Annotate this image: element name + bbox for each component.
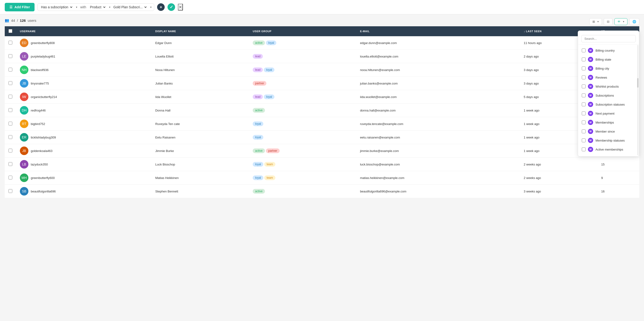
filter-product-select[interactable]: Product xyxy=(89,5,106,9)
group-tag: active xyxy=(253,189,265,194)
row-checkbox[interactable] xyxy=(8,122,12,125)
table-row: NH blackwolf936 Nooa Hiltunen leadloyal … xyxy=(5,63,639,77)
column-picker-checkbox[interactable] xyxy=(582,85,586,88)
user-group-cell: lead xyxy=(249,50,356,63)
column-picker-label: Memberships xyxy=(596,121,614,124)
group-tag: loyal xyxy=(253,162,263,167)
group-tag: lead xyxy=(253,68,263,72)
row-checkbox[interactable] xyxy=(8,54,12,58)
row-checkbox-cell[interactable] xyxy=(5,158,16,171)
display-name-cell: Julian Banks xyxy=(152,77,249,90)
column-picker-checkbox[interactable] xyxy=(582,49,586,52)
woo-badge: W xyxy=(588,57,593,62)
column-search-input[interactable] xyxy=(581,35,636,42)
filter-value-select[interactable]: Gold Plan Subscri... xyxy=(112,5,148,9)
column-picker-item[interactable]: W Membership statuses xyxy=(578,136,639,145)
column-picker-item[interactable]: W Next payment xyxy=(578,109,639,118)
column-picker-item[interactable]: W Billing city xyxy=(578,64,639,73)
column-picker-item[interactable]: W Reviews xyxy=(578,73,639,82)
extra-cell: 16 xyxy=(598,185,639,198)
column-picker-label: Active memberships xyxy=(596,148,623,151)
row-checkbox-cell[interactable] xyxy=(5,50,16,63)
row-checkbox[interactable] xyxy=(8,135,12,139)
confirm-filter-button[interactable]: ✓ xyxy=(168,3,175,11)
row-checkbox-cell[interactable] xyxy=(5,63,16,77)
column-picker-panel: W Billing country W Billing state W Bill… xyxy=(578,31,639,156)
column-picker-checkbox[interactable] xyxy=(582,147,586,151)
row-checkbox-cell[interactable] xyxy=(5,104,16,117)
column-picker-checkbox[interactable] xyxy=(582,103,586,106)
column-picker-item[interactable]: W Memberships xyxy=(578,118,639,127)
row-checkbox[interactable] xyxy=(8,41,12,45)
select-all-checkbox[interactable] xyxy=(8,29,12,33)
column-picker-label: Member since xyxy=(596,130,615,133)
column-picker-checkbox[interactable] xyxy=(582,130,586,133)
column-picker-item[interactable]: W Billing state xyxy=(578,55,639,64)
view-button[interactable]: 👁 ▾ xyxy=(614,18,628,25)
user-group-cell: loyal xyxy=(249,131,356,144)
user-group-cell: partner xyxy=(249,77,356,90)
row-checkbox[interactable] xyxy=(8,81,12,85)
row-checkbox-cell[interactable] xyxy=(5,90,16,104)
row-checkbox-cell[interactable] xyxy=(5,185,16,198)
row-checkbox-cell[interactable] xyxy=(5,77,16,90)
row-checkbox-cell[interactable] xyxy=(5,131,16,144)
column-picker-checkbox[interactable] xyxy=(582,94,586,97)
column-picker-checkbox[interactable] xyxy=(582,76,586,79)
column-picker-checkbox[interactable] xyxy=(582,121,586,124)
woo-badge: W xyxy=(588,120,593,125)
add-condition-button[interactable]: + xyxy=(157,3,165,11)
row-checkbox[interactable] xyxy=(8,108,12,112)
row-checkbox[interactable] xyxy=(8,149,12,152)
column-picker-item[interactable]: W Billing country xyxy=(578,46,639,55)
row-checkbox[interactable] xyxy=(8,68,12,72)
woo-badge: W xyxy=(588,66,593,71)
row-checkbox[interactable] xyxy=(8,189,12,193)
group-tag: lead xyxy=(253,95,263,99)
woo-badge: W xyxy=(588,48,593,53)
username-cell: JB goldenkoala463 xyxy=(16,144,152,158)
email-cell: donna.hall@example.com xyxy=(356,104,520,117)
group-tag: team xyxy=(264,162,276,167)
row-checkbox-cell[interactable] xyxy=(5,117,16,131)
user-group-cell: loyalteam xyxy=(249,171,356,185)
column-picker-item[interactable]: W Active memberships xyxy=(578,145,639,154)
column-picker-item[interactable]: W Subscription statuses xyxy=(578,100,639,109)
avatar: ER xyxy=(20,133,28,142)
row-checkbox-cell[interactable] xyxy=(5,36,16,50)
table-body: ED greenbutterfly808 Edgar Dunn activelo… xyxy=(5,36,639,198)
layout-button[interactable]: ⊟ xyxy=(604,18,612,25)
filter-condition-select[interactable]: Has a subscription xyxy=(40,5,73,9)
add-filter-button[interactable]: ☰ Add Filter xyxy=(5,3,34,11)
username-text: greenbutterfly600 xyxy=(31,176,55,180)
columns-icon: ⊞ xyxy=(592,20,595,24)
row-checkbox-cell[interactable] xyxy=(5,171,16,185)
username-text: lazyduck350 xyxy=(31,163,48,166)
users-count: 👥 44 / 126 users xyxy=(5,18,639,23)
group-tag: partner xyxy=(253,81,266,86)
extra-cell: 9 xyxy=(598,171,639,185)
username-text: goldenkoala463 xyxy=(31,149,52,153)
row-checkbox[interactable] xyxy=(8,95,12,99)
row-checkbox-cell[interactable] xyxy=(5,144,16,158)
column-picker-checkbox[interactable] xyxy=(582,58,586,61)
globe-button[interactable]: 🌐 xyxy=(629,18,639,25)
group-tag: team xyxy=(264,175,276,180)
users-label: users xyxy=(28,19,36,23)
content-area: 👥 44 / 126 users ⊞ ▾ ⊟ 👁 ▾ 🌐 USERNAME xyxy=(0,15,644,202)
column-picker-item[interactable]: W Subscriptions xyxy=(578,91,639,100)
column-picker-checkbox[interactable] xyxy=(582,139,586,142)
layout-icon: ⊟ xyxy=(607,20,610,24)
column-picker-checkbox[interactable] xyxy=(582,67,586,70)
row-checkbox[interactable] xyxy=(8,176,12,179)
select-all-header[interactable] xyxy=(5,26,16,36)
column-picker-item[interactable]: W Member since xyxy=(578,127,639,136)
username-cell: ER ticklishladybug309 xyxy=(16,131,152,144)
column-picker-item[interactable]: W Wishlist products xyxy=(578,82,639,91)
column-picker-search xyxy=(578,33,639,45)
row-checkbox[interactable] xyxy=(8,162,12,166)
column-picker-label: Billing country xyxy=(596,49,615,52)
columns-button[interactable]: ⊞ ▾ xyxy=(589,18,602,25)
column-picker-checkbox[interactable] xyxy=(582,112,586,115)
close-filter-button[interactable]: ✕ xyxy=(178,4,183,11)
